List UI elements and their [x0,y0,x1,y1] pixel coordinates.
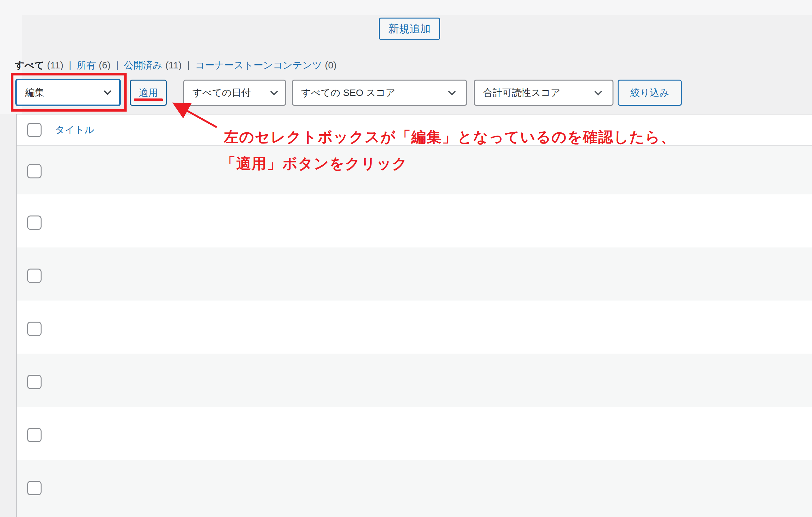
bulk-action-select[interactable]: 編集 [16,79,121,106]
apply-button-label: 適用 [139,86,158,99]
view-count-all: (11) [47,60,63,71]
annotation-text-line1: 左のセレクトボックスが「編集」となっているのを確認したら、 [224,127,676,147]
seo-score-filter-select[interactable]: すべての SEO スコア [292,80,467,106]
table-row [17,460,812,517]
apply-underline-annotation [134,98,163,102]
date-filter-select[interactable]: すべての日付 [183,80,286,106]
posts-table: タイトル [16,114,812,517]
view-separator: | [69,60,71,71]
annotation-text-line2: 「適用」ボタンをクリック [221,154,408,174]
table-row [17,354,812,407]
bulk-action-select-value: 編集 [25,86,45,99]
row-checkbox[interactable] [27,164,41,178]
view-count-published: (11) [165,60,181,71]
top-margin-strip [0,0,812,15]
view-link-published[interactable]: 公開済み [124,59,163,72]
row-checkbox[interactable] [27,322,41,336]
chevron-down-icon [104,87,111,95]
view-count-cornerstone: (0) [325,60,337,71]
apply-button[interactable]: 適用 [130,80,167,106]
select-all-checkbox[interactable] [27,123,41,137]
filter-button[interactable]: 絞り込み [618,80,682,106]
view-link-mine[interactable]: 所有 [77,59,96,72]
view-count-mine: (6) [99,60,111,71]
seo-score-filter-value: すべての SEO スコア [301,86,396,99]
view-separator: | [187,60,190,71]
chevron-down-icon [448,88,456,95]
table-row [17,407,812,460]
table-row [17,300,812,354]
title-column-header[interactable]: タイトル [55,123,94,137]
view-link-all[interactable]: すべて [15,59,44,72]
table-row [17,248,812,300]
row-checkbox[interactable] [27,216,41,230]
readability-score-filter-value: 合計可読性スコア [483,86,560,99]
wordpress-posts-screen: 新規追加 すべて (11) | 所有 (6) | 公開済み (11) | コーナ… [0,0,812,517]
chevron-down-icon [270,88,278,95]
chevron-down-icon [594,88,602,95]
readability-score-filter-select[interactable]: 合計可読性スコア [474,80,613,106]
add-new-button[interactable]: 新規追加 [379,18,440,40]
row-checkbox[interactable] [27,268,41,283]
view-filter-links: すべて (11) | 所有 (6) | 公開済み (11) | コーナーストーン… [15,59,337,71]
row-checkbox[interactable] [27,428,41,442]
view-link-cornerstone[interactable]: コーナーストーンコンテンツ [195,59,322,72]
table-row [17,145,812,194]
table-row [17,194,812,248]
row-checkbox[interactable] [27,481,41,495]
row-checkbox[interactable] [27,375,41,389]
date-filter-value: すべての日付 [193,86,251,99]
view-separator: | [116,60,119,71]
